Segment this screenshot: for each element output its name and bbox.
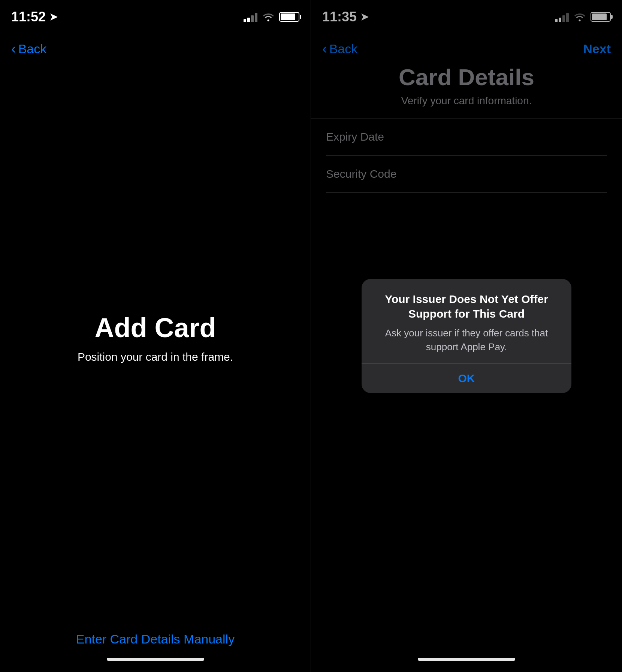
- wifi-icon-left: [262, 12, 275, 22]
- back-chevron-left: ‹: [11, 42, 16, 56]
- nav-bar-left: ‹ Back: [0, 34, 311, 64]
- right-screen: 11:35 ➤ ‹ Back Next Card Details Verif: [311, 0, 622, 672]
- home-indicator-left: [107, 658, 204, 661]
- enter-manually-button[interactable]: Enter Card Details Manually: [76, 632, 235, 646]
- left-main-content: Add Card Position your card in the frame…: [0, 64, 311, 672]
- add-card-title: Add Card: [95, 312, 216, 343]
- status-icons-left: [244, 12, 299, 22]
- right-bottom: [311, 658, 622, 672]
- alert-overlay: Your Issuer Does Not Yet Offer Support f…: [311, 0, 622, 672]
- back-label-left: Back: [18, 42, 47, 56]
- back-button-left[interactable]: ‹ Back: [11, 42, 46, 56]
- time-left: 11:52 ➤: [11, 9, 58, 25]
- clock-left: 11:52: [11, 9, 46, 25]
- alert-title: Your Issuer Does Not Yet Offer Support f…: [375, 292, 558, 321]
- home-indicator-right: [418, 658, 515, 661]
- left-bottom: Enter Card Details Manually: [0, 632, 311, 672]
- alert-ok-button[interactable]: OK: [362, 364, 571, 393]
- signal-icon-left: [244, 12, 257, 22]
- status-bar-left: 11:52 ➤: [0, 0, 311, 34]
- alert-dialog: Your Issuer Does Not Yet Offer Support f…: [362, 279, 571, 393]
- left-screen: 11:52 ➤ ‹ Back Add Card Position your ca…: [0, 0, 311, 672]
- alert-content: Your Issuer Does Not Yet Offer Support f…: [362, 279, 571, 363]
- location-icon-left: ➤: [49, 11, 58, 23]
- add-card-subtitle: Position your card in the frame.: [78, 351, 233, 363]
- battery-icon-left: [279, 12, 299, 22]
- alert-message: Ask your issuer if they offer cards that…: [375, 326, 558, 354]
